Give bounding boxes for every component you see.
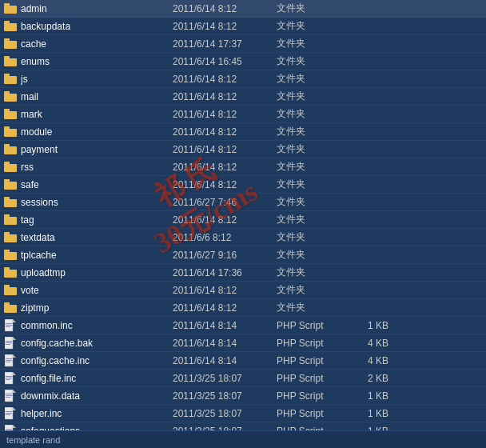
file-date: 2011/6/14 8:12 (173, 74, 277, 85)
file-icon (3, 407, 18, 420)
svg-marker-11 (13, 354, 16, 358)
file-name: vote (21, 285, 173, 296)
file-type: PHP Script (277, 390, 349, 402)
svg-marker-6 (13, 337, 16, 340)
file-icon (3, 337, 18, 350)
list-item[interactable]: sessions2011/6/27 7:46文件夹 (0, 194, 486, 211)
svg-rect-17 (6, 376, 12, 377)
file-date: 2011/3/25 18:07 (173, 390, 277, 402)
folder-icon (3, 2, 18, 15)
file-name: ziptmp (21, 302, 173, 314)
list-item[interactable]: rss2011/6/14 8:12文件夹 (0, 158, 486, 176)
file-name: backupdata (21, 21, 173, 32)
list-item[interactable]: tag2011/6/14 8:12文件夹 (0, 211, 486, 229)
list-item[interactable]: js2011/6/14 8:12文件夹 (0, 70, 486, 88)
file-type: PHP Script (277, 355, 349, 366)
file-type: 文件夹 (277, 283, 349, 297)
list-item[interactable]: common.inc2011/6/14 8:14PHP Script1 KB (0, 317, 486, 334)
file-date: 2011/3/25 18:07 (173, 373, 277, 384)
file-name: sessions (21, 197, 173, 208)
file-name: config.file.inc (21, 373, 173, 384)
list-item[interactable]: config.cache.inc2011/6/14 8:14PHP Script… (0, 352, 486, 370)
folder-icon (3, 20, 18, 33)
svg-rect-2 (6, 323, 12, 324)
svg-rect-9 (6, 344, 10, 345)
file-name: payment (21, 144, 173, 155)
svg-marker-21 (13, 390, 16, 393)
list-item[interactable]: uploadtmp2011/6/14 17:36文件夹 (0, 264, 486, 282)
file-name: textdata (21, 232, 173, 243)
file-type: 文件夹 (277, 213, 349, 226)
file-name: tplcache (21, 250, 173, 261)
svg-rect-28 (6, 413, 12, 414)
list-item[interactable]: tplcache2011/6/27 9:16文件夹 (0, 246, 486, 264)
folder-icon (3, 108, 18, 121)
file-icon (3, 390, 18, 402)
file-name: admin (21, 3, 173, 14)
list-item[interactable]: mail2011/6/14 8:12文件夹 (0, 88, 486, 106)
file-type: 文件夹 (277, 178, 349, 191)
list-item[interactable]: admin2011/6/14 8:12文件夹 (0, 0, 486, 18)
file-type: 文件夹 (277, 266, 349, 279)
list-item[interactable]: config.cache.bak2011/6/14 8:14PHP Script… (0, 334, 486, 352)
list-item[interactable]: safe2011/6/14 8:12文件夹 (0, 176, 486, 194)
file-type: 文件夹 (277, 54, 349, 68)
list-item[interactable]: backupdata2011/6/14 8:12文件夹 (0, 18, 486, 35)
svg-rect-23 (6, 395, 12, 396)
folder-icon (3, 214, 18, 226)
status-bar: template rand (0, 430, 486, 448)
file-date: 2011/6/14 8:12 (173, 91, 277, 102)
svg-rect-14 (6, 362, 10, 362)
list-item[interactable]: downmix.data2011/3/25 18:07PHP Script1 K… (0, 387, 486, 405)
list-item[interactable]: payment2011/6/14 8:12文件夹 (0, 141, 486, 158)
file-name: uploadtmp (21, 267, 173, 278)
file-date: 2011/6/14 8:14 (173, 355, 277, 366)
list-item[interactable]: config.file.inc2011/3/25 18:07PHP Script… (0, 370, 486, 387)
list-item[interactable]: cache2011/6/14 17:37文件夹 (0, 35, 486, 53)
file-type: PHP Script (277, 338, 349, 349)
file-size: 1 KB (349, 390, 388, 402)
file-size: 1 KB (349, 320, 388, 331)
file-type: 文件夹 (277, 37, 349, 50)
file-date: 2011/6/14 8:12 (173, 109, 277, 120)
list-item[interactable]: enums2011/6/14 16:45文件夹 (0, 53, 486, 70)
file-name: config.cache.inc (21, 355, 173, 366)
file-name: downmix.data (21, 390, 173, 402)
file-type: 文件夹 (277, 90, 349, 103)
file-icon (3, 319, 18, 332)
file-type: 文件夹 (277, 160, 349, 174)
file-date: 2011/6/14 8:12 (173, 21, 277, 32)
file-type: 文件夹 (277, 248, 349, 262)
file-type: 文件夹 (277, 142, 349, 156)
folder-icon (3, 249, 18, 262)
folder-icon (3, 55, 18, 68)
svg-rect-12 (6, 358, 12, 359)
file-date: 2011/6/6 8:12 (173, 232, 277, 243)
folder-icon (3, 266, 18, 279)
folder-icon (3, 143, 18, 156)
folder-icon (3, 126, 18, 138)
file-name: module (21, 126, 173, 138)
file-date: 2011/6/14 8:12 (173, 302, 277, 314)
file-type: 文件夹 (277, 107, 349, 121)
svg-rect-13 (6, 360, 12, 361)
file-type: PHP Script (277, 320, 349, 331)
file-type: 文件夹 (277, 195, 349, 209)
file-name: helper.inc (21, 408, 173, 419)
list-item[interactable]: ziptmp2011/6/14 8:12文件夹 (0, 299, 486, 317)
svg-marker-1 (13, 319, 16, 322)
file-date: 2011/6/14 8:14 (173, 338, 277, 349)
file-type: 文件夹 (277, 2, 349, 15)
status-text: template rand (6, 435, 60, 445)
svg-marker-31 (13, 425, 16, 428)
folder-icon (3, 38, 18, 50)
file-date: 2011/3/25 18:07 (173, 408, 277, 419)
file-name: mail (21, 91, 173, 102)
list-item[interactable]: mark2011/6/14 8:12文件夹 (0, 106, 486, 123)
file-date: 2011/6/14 8:12 (173, 126, 277, 138)
list-item[interactable]: helper.inc2011/3/25 18:07PHP Script1 KB (0, 405, 486, 422)
list-item[interactable]: textdata2011/6/6 8:12文件夹 (0, 229, 486, 246)
file-name: safe (21, 179, 173, 190)
list-item[interactable]: vote2011/6/14 8:12文件夹 (0, 282, 486, 299)
list-item[interactable]: module2011/6/14 8:12文件夹 (0, 123, 486, 141)
